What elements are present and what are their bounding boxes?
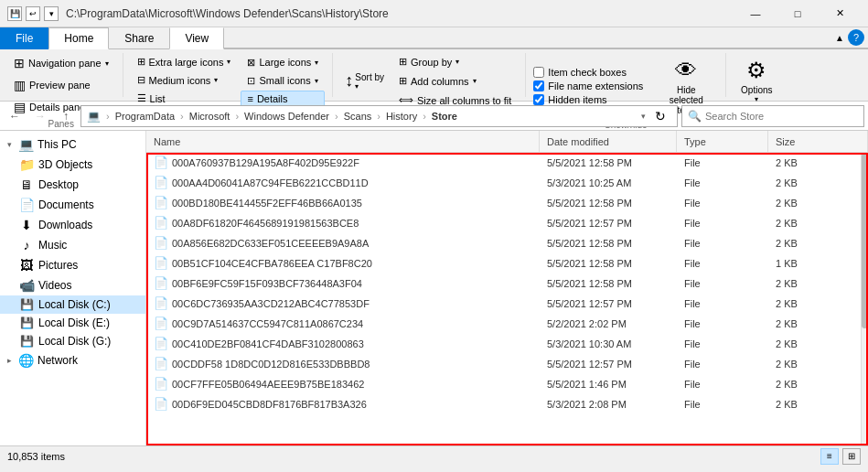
file-extensions-toggle[interactable]: File name extensions — [533, 80, 643, 91]
table-row[interactable]: 📄 00D6F9ED045CBD8DF8176BF817B3A326 5/3/2… — [146, 394, 868, 414]
table-row[interactable]: 📄 00C410DE2BF0841CF4DABF3102800863 5/3/2… — [146, 334, 868, 354]
table-row[interactable]: 📄 000A760937B129A195A8F402D95E922F 5/5/2… — [146, 153, 868, 173]
ribbon-collapse-icon[interactable]: ▲ — [835, 33, 844, 43]
file-list[interactable]: 📄 000A760937B129A195A8F402D95E922F 5/5/2… — [146, 153, 868, 414]
medium-icons-button[interactable]: ⊟ Medium icons ▾ — [131, 71, 238, 89]
up-button[interactable]: ↑ — [55, 105, 77, 127]
cell-date: 5/5/2021 12:58 PM — [540, 258, 677, 269]
quick-save-icon[interactable]: 💾 — [7, 6, 22, 21]
options-button[interactable]: ⚙ Options ▾ — [734, 53, 779, 106]
cell-name: 📄 00C410DE2BF0841CF4DABF3102800863 — [146, 337, 540, 350]
scrollbar-thumb[interactable] — [862, 153, 868, 328]
back-button[interactable]: ← — [4, 105, 26, 127]
large-view-toggle[interactable]: ⊞ — [842, 448, 861, 465]
scrollbar-track[interactable] — [861, 153, 868, 445]
tab-file[interactable]: File — [0, 27, 48, 49]
options-items: ⚙ Options ▾ — [734, 53, 779, 106]
tab-view[interactable]: View — [169, 27, 224, 49]
table-row[interactable]: 📄 00C9D7A514637CC5947C811A0867C234 5/2/2… — [146, 314, 868, 334]
title-bar: 💾 ↩ ▾ C:\ProgramData\Microsoft\Windows D… — [0, 0, 868, 27]
minimize-button[interactable]: — — [734, 0, 777, 27]
breadcrumb-microsoft[interactable]: Microsoft — [189, 111, 230, 122]
cell-name: 📄 00CF7FFE05B06494AEEE9B75BE183462 — [146, 377, 540, 391]
col-header-size[interactable]: Size — [768, 131, 868, 152]
breadcrumb-programdata[interactable]: ProgramData — [115, 111, 175, 122]
breadcrumb-scans[interactable]: Scans — [344, 111, 372, 122]
ribbon: File Home Share View ▲ ? ⊞ Navigation pa… — [0, 27, 868, 102]
breadcrumb-history[interactable]: History — [386, 111, 417, 122]
network-icon: 🌐 — [17, 353, 34, 368]
table-row[interactable]: 📄 00A8DF61820F4645689191981563BCE8 5/5/2… — [146, 213, 868, 233]
col-header-name[interactable]: Name — [146, 131, 540, 152]
sidebar-item-documents[interactable]: 📄 Documents — [0, 195, 145, 215]
options-icon: ⚙ — [742, 56, 771, 85]
quick-down-icon[interactable]: ▾ — [44, 6, 59, 21]
table-row[interactable]: 📄 00CDDF58 1D8DC0D12D816E533DBBBD8 5/5/2… — [146, 354, 868, 374]
desktop-icon: 🖥 — [18, 177, 35, 192]
cell-size: 2 KB — [768, 298, 868, 309]
file-type-icon: 📄 — [154, 196, 168, 209]
cell-size: 2 KB — [768, 278, 868, 289]
tab-share[interactable]: Share — [109, 27, 169, 49]
table-row[interactable]: 📄 00C6DC736935AA3CD212ABC4C77853DF 5/5/2… — [146, 294, 868, 314]
sidebar-item-local-g[interactable]: 💾 Local Disk (G:) — [0, 332, 145, 350]
current-view-items: ↕ Sort by ▾ ⊞ Group by ▾ ⊞ — [340, 53, 518, 109]
add-columns-button[interactable]: ⊞ Add columns ▾ — [392, 72, 518, 90]
table-row[interactable]: 📄 000AA4D06041A87C94FEB6221CCBD11D 5/3/2… — [146, 173, 868, 193]
sort-icon: ↕ — [345, 71, 353, 91]
sidebar-item-pictures[interactable]: 🖼 Pictures — [0, 255, 145, 275]
file-type-icon: 📄 — [154, 377, 168, 391]
address-dropdown-icon[interactable]: ▾ — [641, 112, 646, 121]
group-by-button[interactable]: ⊞ Group by ▾ — [392, 53, 518, 70]
cell-type: File — [677, 177, 768, 188]
sidebar: ▾ 💻 This PC 📁 3D Objects 🖥 Desktop 📄 Doc… — [0, 131, 146, 445]
quick-undo-icon[interactable]: ↩ — [26, 6, 40, 21]
sidebar-item-videos[interactable]: 📹 Videos — [0, 275, 145, 295]
sidebar-item-downloads[interactable]: ⬇ Downloads — [0, 215, 145, 235]
address-bar[interactable]: 💻 › ProgramData › Microsoft › Windows De… — [80, 105, 678, 127]
col-header-date[interactable]: Date modified — [540, 131, 677, 152]
sidebar-item-3dobjects[interactable]: 📁 3D Objects — [0, 155, 145, 175]
breadcrumb-pc: 💻 — [87, 110, 101, 123]
search-input[interactable] — [705, 111, 858, 122]
details-view-toggle[interactable]: ≡ — [820, 448, 839, 465]
refresh-button[interactable]: ↻ — [649, 105, 671, 127]
table-row[interactable]: 📄 00A856E682DC633EF051CEEEEB9A9A8A 5/5/2… — [146, 233, 868, 253]
item-checkboxes-checkbox[interactable] — [533, 67, 544, 78]
hidden-items-toggle[interactable]: Hidden items — [533, 94, 643, 105]
breadcrumb-store[interactable]: Store — [432, 111, 457, 122]
cell-date: 5/3/2021 2:08 PM — [540, 399, 677, 410]
search-box[interactable]: 🔍 — [681, 105, 864, 127]
ribbon-help-icon[interactable]: ? — [848, 29, 864, 46]
navigation-pane-button[interactable]: ⊞ Navigation pane ▾ — [7, 53, 115, 73]
cell-size: 2 KB — [768, 157, 868, 168]
cell-type: File — [677, 359, 768, 370]
table-row[interactable]: 📄 00B51CF104CE4CFBA786EEA C17BF8C20 5/5/… — [146, 253, 868, 274]
item-checkboxes-toggle[interactable]: Item check boxes — [533, 67, 643, 78]
extra-large-icons-button[interactable]: ⊞ Extra large icons ▾ — [131, 53, 238, 70]
sidebar-item-music[interactable]: ♪ Music — [0, 235, 145, 255]
sort-by-button[interactable]: ↕ Sort by ▾ — [340, 69, 389, 93]
breadcrumb-defender[interactable]: Windows Defender — [244, 111, 329, 122]
small-icons-button[interactable]: ⊡ Small icons ▾ — [241, 72, 325, 90]
tab-home[interactable]: Home — [48, 27, 109, 49]
sidebar-item-thispc[interactable]: ▾ 💻 This PC — [0, 134, 145, 155]
file-extensions-checkbox[interactable] — [533, 80, 544, 91]
cell-date: 5/5/2021 12:58 PM — [540, 157, 677, 168]
hidden-items-checkbox[interactable] — [533, 94, 544, 105]
cell-name: 📄 00D6F9ED045CBD8DF8176BF817B3A326 — [146, 397, 540, 411]
maximize-button[interactable]: □ — [777, 0, 819, 27]
table-row[interactable]: 📄 00BF6E9FC59F15F093BCF736448A3F04 5/5/2… — [146, 274, 868, 294]
sidebar-item-desktop[interactable]: 🖥 Desktop — [0, 175, 145, 195]
close-button[interactable]: ✕ — [819, 0, 861, 27]
table-row[interactable]: 📄 000BD180BE414455F2EFF46BB66A0135 5/5/2… — [146, 193, 868, 213]
sidebar-item-local-c[interactable]: 💾 Local Disk (C:) — [0, 295, 145, 314]
large-icons-button[interactable]: ⊠ Large icons ▾ — [241, 54, 325, 71]
sidebar-item-network[interactable]: ▸ 🌐 Network — [0, 350, 145, 370]
col-header-type[interactable]: Type — [677, 131, 768, 152]
preview-pane-button[interactable]: ▥ Preview pane — [7, 75, 97, 95]
table-row[interactable]: 📄 00CF7FFE05B06494AEEE9B75BE183462 5/5/2… — [146, 374, 868, 394]
file-type-icon: 📄 — [154, 176, 168, 189]
sidebar-item-local-e[interactable]: 💾 Local Disk (E:) — [0, 314, 145, 332]
forward-button[interactable]: → — [29, 105, 51, 127]
